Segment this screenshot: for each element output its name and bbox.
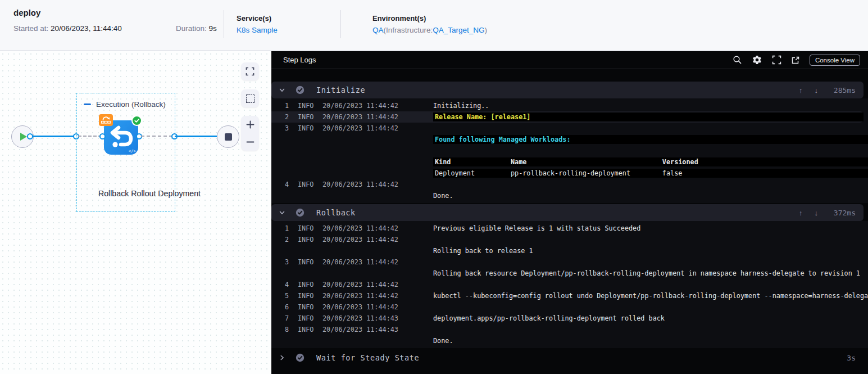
log-row: 2INFO20/06/2023 11:44:42 [271,234,868,245]
open-in-new-tab-icon[interactable] [791,56,800,65]
check-circle-icon [296,353,305,362]
services-label: Service(s) [237,14,278,22]
step-logs-panel: Step Logs Console View Initialize↑↓285ms… [271,51,868,374]
log-row: Kind Name Versioned [271,156,868,168]
edge-dashed [78,136,102,137]
step-logs-title: Step Logs [283,56,316,64]
log-level: INFO [298,124,322,132]
end-node[interactable] [217,125,239,148]
log-level: INFO [298,303,322,311]
started-at: Started at: 20/06/2023, 11:44:40 [13,24,122,33]
header-divider [224,10,224,38]
log-row [271,145,868,156]
chevron-down-icon[interactable] [278,209,286,217]
search-icon[interactable] [733,55,742,65]
link-point [99,133,106,139]
log-section: Initialize↑↓285ms1INFO20/06/2023 11:44:4… [271,82,868,203]
log-level: INFO [298,113,322,121]
log-section-header[interactable]: Initialize↑↓285ms [271,82,864,98]
expand-logs-icon[interactable] [772,55,781,65]
log-row: 2INFO20/06/2023 11:44:42Release Name: [r… [271,111,864,123]
zoom-out-button[interactable] [241,134,259,151]
environment-link[interactable]: QA(Infrastructure:QA_Target_NG) [372,26,487,34]
step-logs-bar: Step Logs Console View [271,51,868,69]
line-number: 4 [274,281,289,289]
log-section: Rollback↑↓372ms1INFO20/06/2023 11:44:42P… [271,204,868,348]
stop-icon [225,133,232,141]
log-level: INFO [298,224,322,232]
log-timestamp: 20/06/2023 11:44:43 [322,314,401,322]
service-link[interactable]: K8s Sample [237,26,278,34]
log-timestamp: 20/06/2023 11:44:42 [322,224,401,232]
scroll-to-top-icon[interactable]: ↑ [799,86,803,94]
environments-block: Environment(s) QA(Infrastructure:QA_Targ… [372,14,487,34]
edge-dashed [141,136,172,137]
fit-to-screen-button[interactable] [241,62,259,80]
log-level: INFO [298,181,322,188]
log-row: 3INFO20/06/2023 11:44:42 [271,123,868,134]
line-number: 4 [274,181,289,188]
stage-execution-rollback[interactable]: Execution (Rollback) </> R [76,93,175,212]
check-circle-icon [296,208,305,217]
log-timestamp: 20/06/2023 11:44:42 [322,113,401,121]
scroll-to-top-icon[interactable]: ↑ [799,209,803,217]
log-timestamp: 20/06/2023 11:44:42 [322,292,401,300]
line-number: 2 [274,113,289,121]
log-timestamp: 20/06/2023 11:44:42 [322,124,401,132]
line-number: 1 [274,224,289,232]
log-level: INFO [298,314,322,322]
zoom-in-button[interactable] [241,116,259,133]
console-view-button[interactable]: Console View [810,55,860,66]
step-rollback-rollout-deployment[interactable]: </> Rollback Rollout Deployment [104,120,138,155]
line-number: 1 [274,102,289,110]
chevron-right-icon[interactable] [278,354,286,362]
log-row: Deployment pp-rollback-rolling-deploymen… [271,168,868,179]
step-label: Rollback Rollout Deployment [85,188,214,200]
log-section-header[interactable]: Wait for Steady State3s [271,349,864,366]
scroll-to-bottom-icon[interactable]: ↓ [815,209,819,217]
section-log-rows: 1INFO20/06/2023 11:44:42Previous eligibl… [271,221,868,348]
log-timestamp: 20/06/2023 11:44:42 [322,258,401,266]
edge-end [175,136,218,137]
duration: Duration: 9s [176,24,217,33]
section-duration: 372ms [830,209,856,217]
log-message: Kind Name Versioned [433,157,868,166]
log-message: deployment.apps/pp-rollback-rolling-depl… [433,314,868,322]
log-section-header[interactable]: Rollback↑↓372ms [271,204,864,221]
log-level: INFO [298,258,322,266]
log-row: Done. [271,335,868,346]
log-message: Rolling back to release 1 [433,247,868,255]
log-row: 3INFO20/06/2023 11:44:42 [271,256,868,268]
log-row: 6INFO20/06/2023 11:44:42 [271,301,868,313]
line-number: 5 [274,292,289,300]
log-timestamp: 20/06/2023 11:44:42 [322,181,401,188]
scroll-to-bottom-icon[interactable]: ↓ [815,86,819,94]
section-title: Initialize [316,85,365,94]
log-timestamp: 20/06/2023 11:44:42 [322,303,401,311]
environments-label: Environment(s) [372,14,487,22]
marquee-select-button[interactable] [241,89,259,107]
log-level: INFO [298,102,322,110]
log-section: Wait for Steady State3s [271,349,868,366]
log-message: Deployment pp-rollback-rolling-deploymen… [433,169,868,178]
section-title: Wait for Steady State [316,353,419,362]
log-row: Found following Managed Workloads: [271,134,868,145]
log-message: Release Name: [release1] [433,112,864,121]
log-level: INFO [298,326,322,334]
log-row: 1INFO20/06/2023 11:44:42Initializing.. [271,100,868,111]
success-check-icon [131,115,142,126]
play-icon [20,133,27,141]
log-message: Done. [433,337,868,345]
log-settings-gear-icon[interactable] [752,55,762,65]
log-level: INFO [298,281,322,289]
pipeline-canvas[interactable]: Execution (Rollback) </> R [0,51,271,374]
stage-label: Execution (Rollback) [96,100,166,109]
chevron-down-icon[interactable] [278,86,286,94]
minus-icon [246,138,255,146]
log-row: Rolling back to release 1 [271,245,868,256]
line-number: 6 [274,303,289,311]
section-log-rows: 1INFO20/06/2023 11:44:42Initializing..2I… [271,98,868,203]
collapse-stage-icon[interactable] [84,103,91,105]
log-row: Done. [271,190,868,201]
code-icon: </> [128,148,136,154]
